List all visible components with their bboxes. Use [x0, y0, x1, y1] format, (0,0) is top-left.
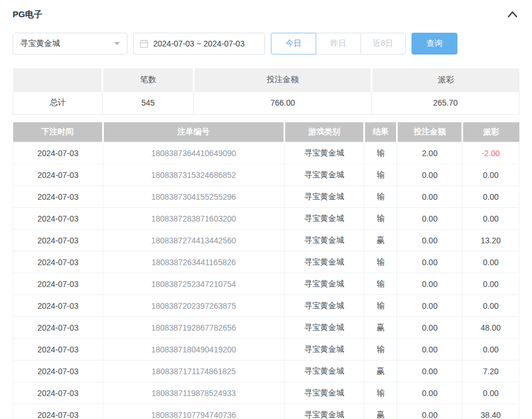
summary-total-row: 总计 545 766.00 265.70 [13, 91, 519, 114]
last-8-days-button[interactable]: 近8日 [360, 33, 406, 55]
game-name-cell: 寻宝黄金城 [284, 339, 364, 360]
table-row: 2024-07-031808387192867782656寻宝黄金城赢0.004… [13, 317, 519, 339]
records-table: 下注时间 注单编号 游戏类别 结果 投注金额 派彩 2024-07-031808… [13, 122, 519, 419]
bet-id-cell: 1808387202397263875 [103, 295, 284, 317]
today-button[interactable]: 今日 [271, 33, 316, 55]
table-row: 2024-07-031808387252347210754寻宝黄金城输0.000… [13, 273, 519, 295]
bet-amount-cell: 0.00 [397, 382, 463, 404]
game-name-cell: 寻宝黄金城 [284, 208, 364, 230]
bet-id-cell: 1808387364410649090 [103, 142, 284, 164]
game-name-cell: 寻宝黄金城 [284, 382, 364, 404]
table-row: 2024-07-031808387283871603200寻宝黄金城输0.000… [13, 208, 519, 230]
panel-header: PG电子 [13, 0, 519, 21]
game-name-cell: 寻宝黄金城 [284, 251, 364, 273]
bet-amount-cell: 0.00 [397, 360, 463, 382]
payout-cell: 0.00 [463, 251, 519, 273]
summary-col-payout: 派彩 [372, 68, 519, 91]
bet-date-cell: 2024-07-03 [13, 295, 103, 317]
bet-amount-cell: 2.00 [397, 142, 463, 164]
payout-cell: -2.00 [463, 142, 519, 164]
quick-range-group: 今日 昨日 近8日 [271, 33, 406, 55]
summary-col-empty [13, 68, 103, 91]
payout-cell: 13.20 [463, 230, 519, 251]
filter-bar: 寻宝黄金城 2024-07-03 ~ 2024-07-03 今日 昨日 近8日 … [13, 33, 519, 55]
bet-id-cell: 1808387192867782656 [103, 317, 284, 339]
summary-payout-value: 265.70 [372, 91, 519, 114]
bet-id-cell: 1808387180490419200 [103, 339, 284, 360]
chevron-up-icon [507, 11, 518, 18]
summary-total-label: 总计 [13, 91, 103, 114]
col-game-category: 游戏类别 [284, 122, 364, 142]
col-payout: 派彩 [463, 122, 519, 142]
bet-date-cell: 2024-07-03 [13, 317, 103, 339]
bet-id-cell: 1808387107794740736 [103, 404, 284, 419]
payout-cell: 0.00 [463, 339, 519, 360]
result-cell: 输 [364, 382, 397, 404]
result-cell: 输 [364, 142, 397, 164]
result-cell: 输 [364, 208, 397, 230]
result-cell: 赢 [364, 317, 397, 339]
col-bet-id: 注单编号 [103, 122, 284, 142]
result-cell: 输 [364, 164, 397, 186]
payout-cell: 7.20 [463, 360, 519, 382]
table-row: 2024-07-031808387274413442560寻宝黄金城赢0.001… [13, 230, 519, 251]
bet-date-cell: 2024-07-03 [13, 251, 103, 273]
bet-date-cell: 2024-07-03 [13, 360, 103, 382]
chevron-down-icon [114, 42, 120, 45]
game-select-value: 寻宝黄金城 [20, 38, 60, 49]
summary-col-count: 笔数 [103, 68, 194, 91]
game-name-cell: 寻宝黄金城 [284, 317, 364, 339]
pg-records-panel: PG电子 寻宝黄金城 2024-07-03 ~ 2024-07-03 今日 昨日… [0, 0, 532, 419]
yesterday-button[interactable]: 昨日 [316, 33, 361, 55]
table-row: 2024-07-031808387107794740736寻宝黄金城赢0.003… [13, 404, 519, 419]
date-range-value: 2024-07-03 ~ 2024-07-03 [153, 39, 244, 48]
bet-id-cell: 1808387274413442560 [103, 230, 284, 251]
game-name-cell: 寻宝黄金城 [284, 230, 364, 251]
bet-date-cell: 2024-07-03 [13, 382, 103, 404]
payout-cell: 0.00 [463, 186, 519, 208]
game-name-cell: 寻宝黄金城 [284, 186, 364, 208]
result-cell: 赢 [364, 404, 397, 419]
calendar-icon [139, 39, 149, 48]
bet-date-cell: 2024-07-03 [13, 208, 103, 230]
result-cell: 输 [364, 339, 397, 360]
bet-amount-cell: 0.00 [397, 208, 463, 230]
bet-amount-cell: 0.00 [397, 404, 463, 419]
collapse-button[interactable] [506, 7, 519, 21]
game-name-cell: 寻宝黄金城 [284, 273, 364, 295]
bet-id-cell: 1808387315324686852 [103, 164, 284, 186]
table-row: 2024-07-031808387304155255296寻宝黄金城输0.000… [13, 186, 519, 208]
game-name-cell: 寻宝黄金城 [284, 295, 364, 317]
bet-id-cell: 1808387252347210754 [103, 273, 284, 295]
table-row: 2024-07-031808387180490419200寻宝黄金城输0.000… [13, 339, 519, 360]
bet-date-cell: 2024-07-03 [13, 339, 103, 360]
query-button[interactable]: 查询 [411, 33, 457, 55]
bet-amount-cell: 0.00 [397, 317, 463, 339]
col-result: 结果 [364, 122, 397, 142]
game-name-cell: 寻宝黄金城 [284, 360, 364, 382]
payout-cell: 0.00 [463, 164, 519, 186]
payout-cell: 48.00 [463, 317, 519, 339]
table-row: 2024-07-031808387263441165826寻宝黄金城输0.000… [13, 251, 519, 273]
bet-id-cell: 1808387171174861825 [103, 360, 284, 382]
date-range-input[interactable]: 2024-07-03 ~ 2024-07-03 [133, 33, 265, 55]
payout-cell: 38.40 [463, 404, 519, 419]
result-cell: 输 [364, 295, 397, 317]
table-row: 2024-07-031808387315324686852寻宝黄金城输0.000… [13, 164, 519, 186]
col-bet-time: 下注时间 [13, 122, 103, 142]
bet-amount-cell: 0.00 [397, 273, 463, 295]
table-row: 2024-07-031808387202397263875寻宝黄金城输0.000… [13, 295, 519, 317]
bet-id-cell: 1808387119878524933 [103, 382, 284, 404]
game-select[interactable]: 寻宝黄金城 [13, 33, 127, 55]
table-row: 2024-07-031808387171174861825寻宝黄金城赢0.007… [13, 360, 519, 382]
bet-date-cell: 2024-07-03 [13, 404, 103, 419]
payout-cell: 0.00 [463, 295, 519, 317]
result-cell: 赢 [364, 360, 397, 382]
bet-amount-cell: 0.00 [397, 295, 463, 317]
bet-date-cell: 2024-07-03 [13, 230, 103, 251]
panel-title: PG电子 [13, 9, 42, 20]
summary-count-value: 545 [103, 91, 194, 114]
game-name-cell: 寻宝黄金城 [284, 404, 364, 419]
payout-cell: 0.00 [463, 382, 519, 404]
bet-date-cell: 2024-07-03 [13, 186, 103, 208]
